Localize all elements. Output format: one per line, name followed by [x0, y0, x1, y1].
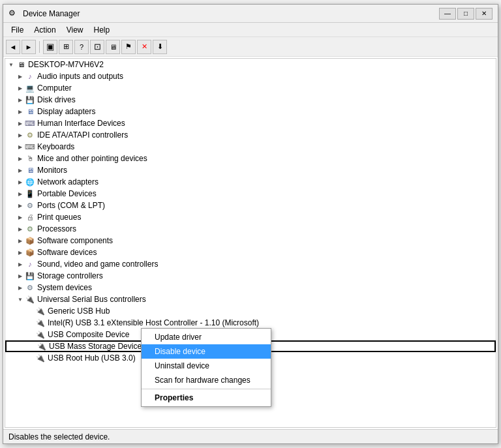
tree-hid[interactable]: ▶ ⌨ Human Interface Devices — [5, 117, 496, 129]
tree-portable[interactable]: ▶ 📱 Portable Devices — [5, 188, 496, 200]
sw-components-label: Software components — [37, 236, 113, 245]
tree-display[interactable]: ▶ 🖥 Display adapters — [5, 106, 496, 117]
tree-print[interactable]: ▶ 🖨 Print queues — [5, 211, 496, 223]
ctx-disable-device[interactable]: Disable device — [142, 344, 271, 359]
sw-devices-icon: 📦 — [25, 247, 35, 258]
window-controls: — □ ✕ — [439, 8, 493, 20]
tree-computer[interactable]: ▶ 💻 Computer — [5, 82, 496, 94]
ports-arrow: ▶ — [16, 201, 25, 210]
audio-label: Audio inputs and outputs — [37, 72, 123, 81]
monitors-label: Monitors — [37, 166, 67, 175]
portable-label: Portable Devices — [37, 189, 97, 198]
sw-devices-label: Software devices — [37, 248, 97, 257]
tree-usb[interactable]: ▼ 🔌 Universal Serial Bus controllers — [5, 293, 496, 305]
tree-audio[interactable]: ▶ ♪ Audio inputs and outputs — [5, 70, 496, 82]
tree-sw-components[interactable]: ▶ 📦 Software components — [5, 235, 496, 246]
usb-mass-icon: 🔌 — [37, 341, 47, 351]
properties-button[interactable]: ▣ — [43, 40, 57, 54]
tree-sw-devices[interactable]: ▶ 📦 Software devices — [5, 246, 496, 258]
tree-network[interactable]: ▶ 🌐 Network adapters — [5, 176, 496, 188]
menu-view[interactable]: View — [61, 24, 89, 36]
display-button[interactable]: 🖥 — [106, 40, 120, 54]
menu-bar: File Action View Help — [3, 23, 498, 37]
hid-arrow: ▶ — [16, 119, 25, 128]
ide-arrow: ▶ — [16, 130, 25, 140]
usb-arrow: ▼ — [16, 295, 25, 304]
usb-root-label: USB Root Hub (USB 3.0) — [48, 353, 136, 363]
tree-ide[interactable]: ▶ ⚙ IDE ATA/ATAPI controllers — [5, 129, 496, 141]
ctx-update-driver[interactable]: Update driver — [142, 330, 271, 344]
ide-label: IDE ATA/ATAPI controllers — [37, 130, 128, 140]
sound-arrow: ▶ — [16, 260, 25, 269]
ports-icon: ⚙ — [25, 200, 35, 211]
ports-label: Ports (COM & LPT) — [37, 201, 105, 210]
hid-icon: ⌨ — [25, 118, 35, 128]
usb-label: Universal Serial Bus controllers — [37, 295, 146, 304]
portable-icon: 📱 — [25, 188, 35, 199]
usb-root-icon: 🔌 — [35, 353, 46, 363]
tree-disk[interactable]: ▶ 💾 Disk drives — [5, 94, 496, 106]
audio-icon: ♪ — [25, 71, 35, 82]
tree-processors[interactable]: ▶ ⚙ Processors — [5, 223, 496, 235]
monitors-arrow: ▶ — [16, 166, 25, 175]
device-tree[interactable]: ▼ 🖥 DESKTOP-M7VH6V2 ▶ ♪ Audio inputs and… — [5, 58, 496, 428]
display-label: Display adapters — [37, 107, 95, 116]
toolbar: ◄ ► ▣ ⊞ ? ⊡ 🖥 ⚑ ✕ ⬇ — [3, 37, 498, 57]
scan-button[interactable]: ⬇ — [153, 40, 167, 54]
display-icon: 🖥 — [25, 106, 35, 117]
system-label: System devices — [37, 283, 92, 292]
add-button[interactable]: ⚑ — [121, 40, 136, 54]
status-text: Disables the selected device. — [8, 432, 110, 441]
tree-mice[interactable]: ▶ 🖱 Mice and other pointing devices — [5, 153, 496, 164]
ctx-scan-hardware[interactable]: Scan for hardware changes — [142, 373, 271, 387]
computer-item-icon: 💻 — [25, 83, 35, 93]
back-button[interactable]: ◄ — [6, 40, 20, 54]
processors-arrow: ▶ — [16, 224, 25, 233]
maximize-button[interactable]: □ — [457, 8, 474, 20]
close-button[interactable]: ✕ — [476, 8, 493, 20]
usb-generic-hub-icon: 🔌 — [35, 306, 46, 316]
storage-arrow: ▶ — [16, 271, 25, 280]
menu-help[interactable]: Help — [89, 24, 115, 36]
keyboards-arrow: ▶ — [16, 142, 25, 151]
computer-arrow: ▶ — [16, 83, 25, 93]
network-button[interactable]: ⊡ — [90, 40, 104, 54]
usb-composite-icon: 🔌 — [35, 329, 46, 340]
context-menu: Update driver Disable device Uninstall d… — [141, 328, 271, 407]
tree-usb-intel[interactable]: 🔌 Intel(R) USB 3.1 eXtensible Host Contr… — [5, 317, 496, 329]
usb-icon: 🔌 — [25, 294, 35, 305]
tree-usb-generic-hub[interactable]: 🔌 Generic USB Hub — [5, 305, 496, 317]
portable-arrow: ▶ — [16, 189, 25, 198]
print-arrow: ▶ — [16, 213, 25, 222]
ide-icon: ⚙ — [25, 130, 35, 140]
sw-components-arrow: ▶ — [16, 236, 25, 245]
ctx-uninstall-device[interactable]: Uninstall device — [142, 359, 271, 373]
disk-icon: 💾 — [25, 95, 35, 105]
tree-storage[interactable]: ▶ 💾 Storage controllers — [5, 270, 496, 282]
hid-label: Human Interface Devices — [37, 119, 125, 128]
help-button[interactable]: ? — [74, 40, 89, 54]
network-arrow: ▶ — [16, 177, 25, 187]
ctx-properties[interactable]: Properties — [142, 391, 271, 405]
tree-keyboards[interactable]: ▶ ⌨ Keyboards — [5, 141, 496, 153]
ctx-separator — [142, 389, 271, 389]
system-arrow: ▶ — [16, 283, 25, 292]
processors-label: Processors — [37, 224, 76, 233]
disk-label: Disk drives — [37, 95, 76, 104]
sound-label: Sound, video and game controllers — [37, 260, 158, 269]
minimize-button[interactable]: — — [439, 8, 456, 20]
remove-button[interactable]: ✕ — [137, 40, 151, 54]
menu-file[interactable]: File — [6, 24, 29, 36]
tree-root[interactable]: ▼ 🖥 DESKTOP-M7VH6V2 — [5, 59, 496, 70]
tree-sound[interactable]: ▶ ♪ Sound, video and game controllers — [5, 258, 496, 270]
usb-generic-hub-label: Generic USB Hub — [48, 306, 110, 316]
usb-composite-label: USB Composite Device — [48, 330, 129, 339]
sw-components-icon: 📦 — [25, 235, 35, 246]
menu-action[interactable]: Action — [29, 24, 61, 36]
tree-system[interactable]: ▶ ⚙ System devices — [5, 282, 496, 293]
update-driver-button[interactable]: ⊞ — [59, 40, 73, 54]
tree-ports[interactable]: ▶ ⚙ Ports (COM & LPT) — [5, 200, 496, 211]
forward-button[interactable]: ► — [22, 40, 36, 54]
tree-monitors[interactable]: ▶ 🖥 Monitors — [5, 164, 496, 176]
title-bar: ⚙ Device Manager — □ ✕ — [3, 5, 498, 23]
